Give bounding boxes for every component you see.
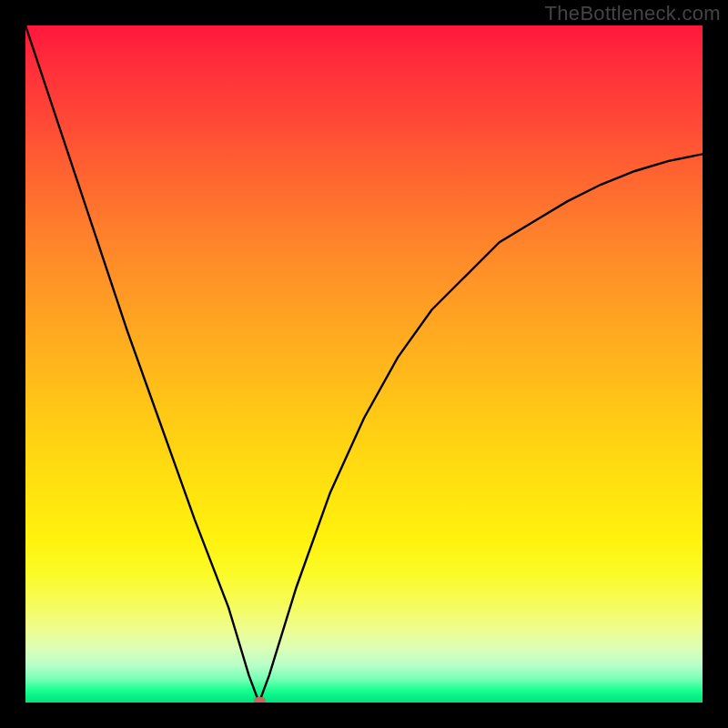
watermark-text: TheBottleneck.com <box>545 2 721 25</box>
plot-area <box>25 25 703 703</box>
bottleneck-curve <box>25 25 703 703</box>
chart-frame: TheBottleneck.com <box>0 0 728 728</box>
optimum-marker <box>254 697 266 703</box>
